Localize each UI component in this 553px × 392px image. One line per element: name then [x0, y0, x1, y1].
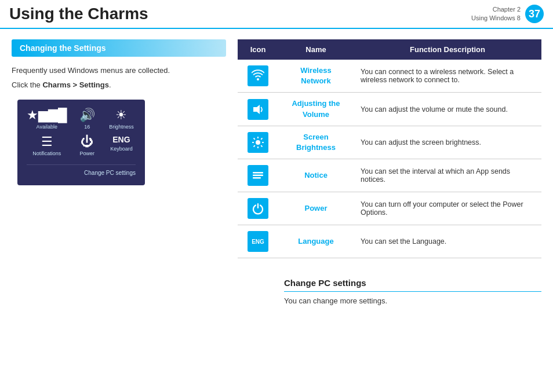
charm-brightness-label: Brightness [109, 124, 134, 130]
table-row: Notice You can set the interval at which… [238, 159, 541, 192]
col-icon: Icon [238, 39, 278, 60]
svg-rect-12 [253, 175, 263, 177]
power-charm-icon: ⏻ [81, 135, 93, 148]
desc-volume: You can adjust the volume or mute the so… [354, 93, 541, 126]
name-wireless: WirelessNetwork [278, 60, 354, 93]
charm-keyboard-label: Keyboard [110, 146, 133, 152]
page-title: Using the Charms [9, 5, 471, 23]
page-number: 37 [525, 5, 544, 23]
brightness-charm-icon: ☀ [115, 109, 127, 122]
svg-line-9 [261, 138, 262, 139]
name-brightness: ScreenBrightness [278, 126, 354, 159]
name-notice: Notice [278, 159, 354, 192]
svg-line-7 [254, 138, 255, 139]
charm-volume-label: 16 [84, 124, 90, 130]
chapter-sublabel: Using Windows 8 [471, 14, 521, 21]
main-content: Changing the Settings Frequently used Wi… [0, 29, 553, 264]
table-row: Power You can turn off your computer or … [238, 192, 541, 225]
icon-cell-language: ENG [238, 225, 278, 258]
charm-available-label: Available [37, 124, 57, 130]
charm-item-available: ★▆▇█ Available [27, 109, 67, 130]
table-row: ScreenBrightness You can adjust the scre… [238, 126, 541, 159]
intro-plain: Click the [12, 80, 42, 89]
icon-cell-volume [238, 93, 278, 126]
language-icon: ENG [248, 231, 268, 252]
name-volume: Adjusting theVolume [278, 93, 354, 126]
change-pc-title: Change PC settings [284, 278, 541, 292]
table-header-row: Icon Name Function Description [238, 39, 541, 60]
settings-table: Icon Name Function Description [238, 39, 541, 258]
icon-cell-notice [238, 159, 278, 192]
section-title: Changing the Settings [12, 39, 226, 57]
table-row: ENG Language You can set the Language. [238, 225, 541, 258]
svg-point-0 [257, 78, 259, 80]
charm-item-volume: 🔊 16 [73, 109, 101, 130]
icon-cell-wireless [238, 60, 278, 93]
page-header: Using the Charms Chapter 2 Using Windows… [0, 0, 553, 29]
svg-point-2 [256, 140, 260, 145]
name-language: Language [278, 225, 354, 258]
col-description: Function Description [354, 39, 541, 60]
desc-wireless: You can connect to a wireless network. S… [354, 60, 541, 93]
charm-footer: Change PC settings [27, 164, 136, 176]
desc-language: You can set the Language. [354, 225, 541, 258]
intro-end: . [109, 80, 111, 89]
power-icon [248, 198, 268, 219]
col-name: Name [278, 39, 354, 60]
svg-line-8 [261, 145, 262, 146]
name-power: Power [278, 192, 354, 225]
notice-icon [248, 165, 268, 186]
charm-item-power: ⏻ Power [73, 135, 101, 156]
left-column: Changing the Settings Frequently used Wi… [12, 39, 226, 258]
chapter-info: Chapter 2 Using Windows 8 [471, 5, 521, 23]
intro-bold: Charms > Settings [42, 80, 109, 89]
bottom-section: Change PC settings You can change more s… [0, 264, 553, 311]
svg-line-10 [254, 145, 255, 146]
svg-rect-11 [253, 172, 263, 174]
desc-notice: You can set the interval at which an App… [354, 159, 541, 192]
table-row: Adjusting theVolume You can adjust the v… [238, 93, 541, 126]
table-row: WirelessNetwork You can connect to a wir… [238, 60, 541, 93]
wifi-charm-icon: ★▆▇█ [27, 109, 67, 122]
charm-item-brightness: ☀ Brightness [107, 109, 136, 130]
right-column: Icon Name Function Description [238, 39, 541, 258]
desc-power: You can turn off your computer or select… [354, 192, 541, 225]
volume-icon [248, 99, 268, 120]
intro-line2: Click the Charms > Settings. [12, 79, 226, 91]
keyboard-charm-icon: ENG [112, 135, 130, 144]
intro-line1: Frequently used Windows menus are collec… [12, 65, 226, 77]
svg-rect-13 [253, 177, 261, 179]
charm-grid: ★▆▇█ Available 🔊 16 ☀ Brightness ☰ Notif… [27, 109, 136, 156]
change-pc-text: You can change more settings. [284, 296, 541, 305]
volume-charm-icon: 🔊 [79, 109, 95, 122]
brightness-icon [248, 132, 268, 153]
icon-cell-brightness [238, 126, 278, 159]
notifications-charm-icon: ☰ [41, 135, 53, 148]
charm-notifications-label: Notifications [32, 151, 61, 156]
wireless-icon [248, 65, 268, 86]
chapter-label: Chapter 2 [493, 6, 521, 13]
svg-marker-1 [253, 105, 260, 114]
desc-brightness: You can adjust the screen brightness. [354, 126, 541, 159]
icon-cell-power [238, 192, 278, 225]
charm-item-notifications: ☰ Notifications [27, 135, 67, 156]
charm-item-keyboard: ENG Keyboard [107, 135, 136, 156]
charm-screenshot: ★▆▇█ Available 🔊 16 ☀ Brightness ☰ Notif… [17, 100, 145, 185]
charm-power-label: Power [79, 151, 94, 156]
